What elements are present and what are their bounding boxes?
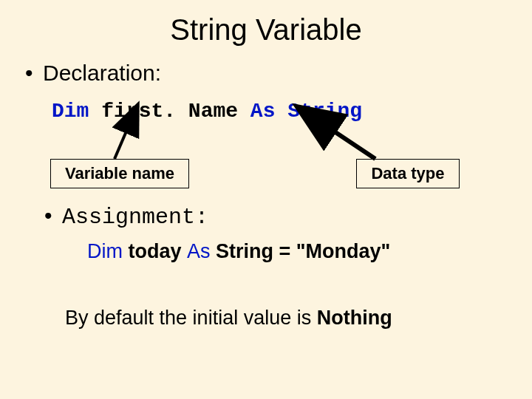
assign-value: = "Monday" — [279, 240, 391, 262]
callout-variable-name: Variable name — [50, 159, 189, 188]
code-keyword-dim: Dim — [52, 100, 101, 123]
assign-keyword-as: As — [187, 240, 211, 262]
assign-keyword-dim: Dim — [87, 240, 123, 262]
bullet-dot-icon: • — [44, 203, 62, 228]
footer-nothing: Nothing — [317, 307, 392, 329]
arrow-to-data-type — [329, 128, 375, 159]
bullet-declaration: •Declaration: — [25, 61, 161, 86]
bullet-declaration-text: Declaration: — [43, 61, 161, 85]
assign-type-string: String — [211, 240, 279, 262]
footer-note: By default the initial value is Nothing — [65, 307, 392, 330]
assign-identifier-today: today — [123, 240, 187, 262]
annotation-arrows — [0, 0, 532, 399]
code-assignment-line: Dim today As String = "Monday" — [87, 240, 390, 263]
code-declaration-line: Dim first. Name As String — [52, 100, 362, 123]
bullet-assignment: •Assignment: — [44, 203, 208, 230]
arrow-to-variable-name — [115, 128, 128, 159]
code-type-string: String — [287, 100, 362, 123]
footer-text: By default the initial value is — [65, 307, 317, 329]
callout-data-type: Data type — [356, 159, 460, 188]
code-identifier: first. Name — [101, 100, 250, 123]
bullet-assignment-text: Assignment: — [62, 205, 208, 230]
bullet-dot-icon: • — [25, 61, 43, 86]
slide: String Variable •Declaration: Dim first.… — [0, 0, 532, 399]
code-keyword-as: As — [250, 100, 287, 123]
slide-title: String Variable — [0, 13, 532, 47]
